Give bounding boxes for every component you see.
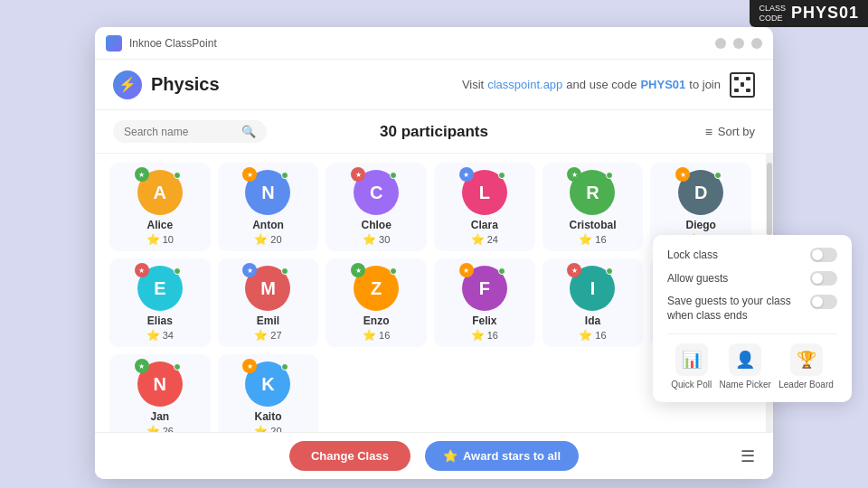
action-icon-circle: 👤	[729, 343, 761, 376]
app-icon	[106, 35, 122, 52]
award-stars-button[interactable]: ⭐ Award stars to all	[425, 441, 579, 471]
online-indicator	[498, 172, 505, 179]
window-controls	[715, 38, 762, 49]
allow-guests-toggle[interactable]	[810, 271, 837, 286]
title-bar: Inknoe ClassPoint	[95, 27, 773, 60]
star-icon: ⭐	[146, 233, 160, 246]
avatar-wrap: Z ★	[354, 266, 399, 311]
action-icon-label: Name Picker	[720, 380, 771, 389]
avatar-wrap: N ★	[137, 361, 183, 407]
star-count: 34	[163, 330, 174, 341]
participant-card: K ★ Kaito ⭐ 20	[218, 354, 319, 432]
search-box[interactable]: 🔍	[113, 120, 267, 143]
participant-stars: ⭐ 10	[146, 233, 174, 246]
action-icon-circle: 🏆	[790, 343, 823, 376]
star-count: 10	[163, 234, 174, 245]
action-icon-circle: 📊	[675, 343, 708, 376]
participant-card: Z ★ Enzo ⭐ 16	[326, 258, 427, 347]
visit-link[interactable]: classpoint.app	[487, 78, 562, 91]
avatar-wrap: M ★	[245, 266, 290, 311]
dropdown-divider	[667, 333, 837, 334]
star-count: 16	[487, 330, 498, 341]
menu-icon-button[interactable]: ☰	[741, 446, 755, 466]
participant-card: R ★ Cristobal ⭐ 16	[542, 163, 644, 251]
participant-card: L ★ Clara ⭐ 24	[434, 163, 535, 251]
participant-stars: ⭐ 16	[579, 329, 606, 342]
visit-info: Visit classpoint.app and use code PHYS01…	[462, 72, 755, 98]
online-indicator	[281, 363, 288, 371]
header-logo: ⚡	[113, 70, 142, 99]
online-indicator	[281, 172, 288, 179]
allow-guests-row: Allow guests	[667, 271, 837, 286]
avatar-wrap: K ★	[245, 361, 290, 407]
star-count: 16	[595, 330, 606, 341]
visit-text: Visit	[462, 78, 484, 91]
participant-stars: ⭐ 16	[471, 329, 498, 342]
online-indicator	[390, 172, 397, 179]
participant-stars: ⭐ 16	[363, 329, 390, 342]
star-icon: ⭐	[363, 233, 376, 246]
avatar-wrap: A ★	[137, 170, 183, 215]
star-count: 30	[379, 234, 390, 245]
search-input[interactable]	[124, 126, 236, 138]
avatar-wrap: D ★	[678, 170, 723, 215]
online-indicator	[606, 172, 613, 179]
participant-card: F ★ Felix ⭐ 16	[434, 258, 535, 347]
class-code-value: PHYS01	[791, 4, 859, 23]
change-class-button[interactable]: Change Class	[289, 441, 410, 471]
participant-stars: ⭐ 34	[146, 329, 174, 342]
scrollbar-thumb	[767, 163, 772, 235]
join-text: to join	[689, 78, 721, 91]
participant-name: Elias	[147, 314, 173, 327]
star-count: 26	[163, 426, 174, 432]
star-count: 20	[270, 426, 281, 432]
participant-stars: ⭐ 30	[363, 233, 390, 246]
participant-name: Ida	[585, 314, 600, 327]
avatar-wrap: I ★	[570, 266, 615, 311]
participant-stars: ⭐ 20	[254, 233, 281, 246]
participant-card: E ★ Elias ⭐ 34	[109, 258, 211, 347]
qr-code-icon[interactable]	[730, 72, 755, 98]
participant-card: I ★ Ida ⭐ 16	[542, 258, 644, 347]
sort-label: Sort by	[718, 125, 755, 138]
action-icon-label: Quick Poll	[671, 380, 712, 389]
avatar-wrap: C ★	[354, 170, 399, 215]
star-count: 16	[379, 330, 390, 341]
lock-class-toggle[interactable]	[810, 248, 837, 262]
star-count: 20	[270, 234, 281, 245]
online-indicator	[498, 267, 505, 275]
participant-name: Chloe	[361, 219, 391, 231]
search-icon: 🔍	[241, 125, 256, 138]
sort-button[interactable]: ≡ Sort by	[705, 125, 755, 139]
toolbar: 🔍 30 participants ≡ Sort by	[95, 110, 773, 154]
save-guests-toggle[interactable]	[810, 295, 837, 309]
avatar-wrap: N ★	[245, 170, 290, 215]
action-icons-row: 📊 Quick Poll 👤 Name Picker 🏆 Leader Boar…	[667, 343, 837, 389]
app-header: ⚡ Physics Visit classpoint.app and use c…	[95, 60, 773, 110]
and-text: and use code	[566, 78, 637, 91]
participants-count: 30 participants	[380, 123, 488, 141]
avatar-wrap: R ★	[570, 170, 615, 215]
dropdown-panel: Lock class Allow guests Save guests to y…	[653, 235, 852, 402]
star-icon: ⭐	[471, 233, 485, 246]
participant-name: Cristobal	[569, 219, 616, 231]
minimize-button[interactable]	[715, 38, 726, 49]
participant-card: M ★ Emil ⭐ 27	[218, 258, 319, 347]
star-icon: ⭐	[579, 329, 592, 342]
avatar-badge: ★	[135, 263, 149, 277]
avatar-badge: ★	[135, 167, 149, 182]
action-quick-poll[interactable]: 📊 Quick Poll	[671, 343, 712, 389]
participant-name: Jan	[150, 410, 169, 423]
star-icon: ⭐	[146, 425, 160, 432]
participant-card: N ★ Anton ⭐ 20	[218, 163, 319, 251]
avatar-wrap: E ★	[137, 266, 183, 311]
participant-stars: ⭐ 27	[254, 329, 281, 342]
footer: Change Class ⭐ Award stars to all ☰	[95, 432, 773, 479]
close-button[interactable]	[751, 38, 762, 49]
action-leader-board[interactable]: 🏆 Leader Board	[778, 343, 834, 389]
maximize-button[interactable]	[733, 38, 744, 49]
star-count: 16	[595, 234, 606, 245]
action-name-picker[interactable]: 👤 Name Picker	[720, 343, 771, 389]
award-star-icon: ⭐	[443, 449, 458, 463]
award-stars-label: Award stars to all	[463, 449, 561, 463]
